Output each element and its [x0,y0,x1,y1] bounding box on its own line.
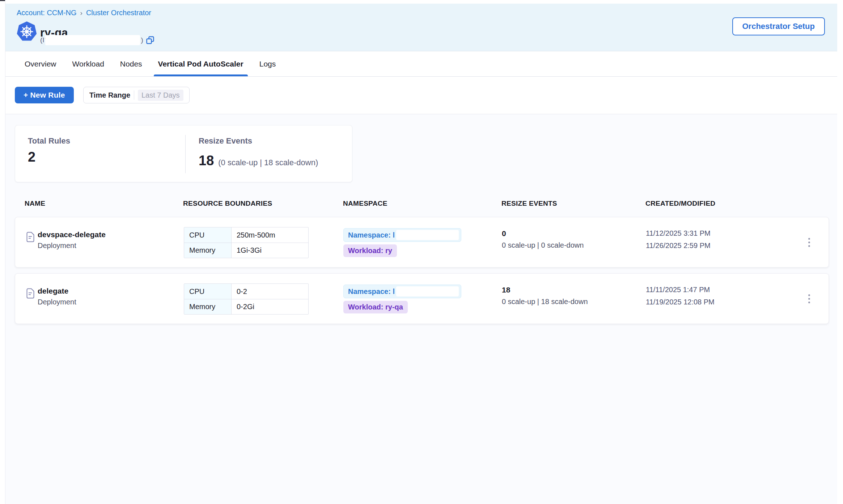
resize-events-total: 0 [502,229,506,238]
cluster-orchestrator-page: Account: CCM-NG › Cluster Orchestrator r… [5,0,837,504]
tab-bar: Overview Workload Nodes Vertical Pod Aut… [5,52,837,77]
active-tab-indicator [154,74,248,76]
rule-kind: Deployment [38,298,76,306]
tab-label: Vertical Pod AutoScaler [158,60,243,68]
cluster-id-row: (I ) [40,35,155,46]
total-rules-value: 2 [28,149,70,165]
column-header-resource-boundaries: RESOURCE BOUNDARIES [183,200,272,208]
time-range-value: Last 7 Days [138,90,183,101]
chevron-right-icon: › [80,9,82,17]
resource-boundaries-table: CPU 250m-500m Memory 1Gi-3Gi [184,227,309,258]
tab-overview[interactable]: Overview [20,52,61,76]
resize-events-breakdown: 0 scale-up | 0 scale-down [502,241,584,249]
rule-name-link[interactable]: delegate [38,287,68,295]
rule-name-link[interactable]: devspace-delegate [38,230,106,239]
boundary-label-cpu: CPU [184,227,232,243]
time-range-divider [134,90,134,100]
vpa-content: Total Rules 2 Resize Events 18 (0 scale-… [5,114,837,504]
boundary-label-memory: Memory [184,299,232,314]
tab-workload[interactable]: Workload [68,52,109,76]
cluster-id-redacted [45,35,140,45]
resize-events-detail: (0 scale-up | 18 scale-down) [218,158,318,167]
namespace-chip-label: Namespace: l [348,287,395,296]
column-header-resize-events: RESIZE EVENTS [501,200,557,208]
total-rules-stat: Total Rules 2 [28,136,70,165]
boundary-value-cpu: 250m-500m [232,227,308,243]
created-timestamp: 11/12/2025 3:31 PM [646,229,711,238]
created-timestamp: 11/11/2025 1:47 PM [646,286,710,294]
table-header-row: NAME RESOURCE BOUNDARIES NAMESPACE RESIZ… [5,200,837,210]
tab-vertical-pod-autoscaler[interactable]: Vertical Pod AutoScaler [154,52,248,76]
table-row: devspace-delegate Deployment CPU 250m-50… [15,217,829,268]
boundary-value-memory: 1Gi-3Gi [232,243,308,258]
workload-chip: Workload: ry-qa [343,301,408,313]
boundary-value-memory: 0-2Gi [232,299,308,314]
boundary-label-cpu: CPU [184,284,232,299]
breadcrumb: Account: CCM-NG › Cluster Orchestrator [17,9,151,17]
tab-nodes[interactable]: Nodes [116,52,147,76]
summary-stats-card: Total Rules 2 Resize Events 18 (0 scale-… [15,125,352,182]
tab-logs[interactable]: Logs [255,52,280,76]
namespace-redacted [396,286,459,296]
resize-events-breakdown: 0 scale-up | 18 scale-down [502,298,588,306]
time-range-selector[interactable]: Time Range Last 7 Days [83,87,190,103]
stats-divider [185,135,186,173]
page-header: Account: CCM-NG › Cluster Orchestrator r… [5,4,837,51]
cluster-id-suffix: ) [141,36,143,44]
kebab-menu-icon[interactable] [804,291,814,306]
breadcrumb-account-link[interactable]: Account: CCM-NG [17,9,77,17]
cluster-id-prefix: (I [40,36,45,44]
column-header-created-modified: CREATED/MODIFIED [645,200,715,208]
orchestrator-setup-button[interactable]: Orchestrator Setup [732,17,825,35]
resize-events-label: Resize Events [199,136,318,146]
workload-chip: Workload: ry [343,244,397,257]
column-header-namespace: NAMESPACE [343,200,387,208]
kebab-menu-icon[interactable] [804,235,814,249]
namespace-redacted [396,230,459,240]
time-range-label: Time Range [89,91,130,99]
table-row: delegate Deployment CPU 0-2 Memory 0-2Gi… [15,273,829,324]
breadcrumb-cluster-orchestrator-link[interactable]: Cluster Orchestrator [86,9,151,17]
resize-events-value: 18 [199,153,214,168]
namespace-chip: Namespace: l [343,228,461,242]
new-rule-button[interactable]: + New Rule [15,87,74,103]
resize-events-total: 18 [502,286,510,294]
modified-timestamp: 11/26/2025 2:59 PM [646,242,711,250]
toolbar: + New Rule Time Range Last 7 Days [5,77,837,114]
total-rules-label: Total Rules [28,136,70,146]
resize-events-stat: Resize Events 18 (0 scale-up | 18 scale-… [199,136,318,168]
rule-kind: Deployment [38,242,76,250]
modified-timestamp: 11/19/2025 12:08 PM [646,298,715,306]
kubernetes-icon [16,21,37,42]
namespace-chip-label: Namespace: l [348,231,395,239]
boundary-value-cpu: 0-2 [232,284,308,299]
column-header-name: NAME [25,200,45,208]
resource-boundaries-table: CPU 0-2 Memory 0-2Gi [184,283,309,315]
boundary-label-memory: Memory [184,243,232,258]
document-icon [26,288,35,299]
document-icon [26,232,35,242]
copy-icon[interactable] [146,36,155,44]
namespace-chip: Namespace: l [343,285,461,298]
